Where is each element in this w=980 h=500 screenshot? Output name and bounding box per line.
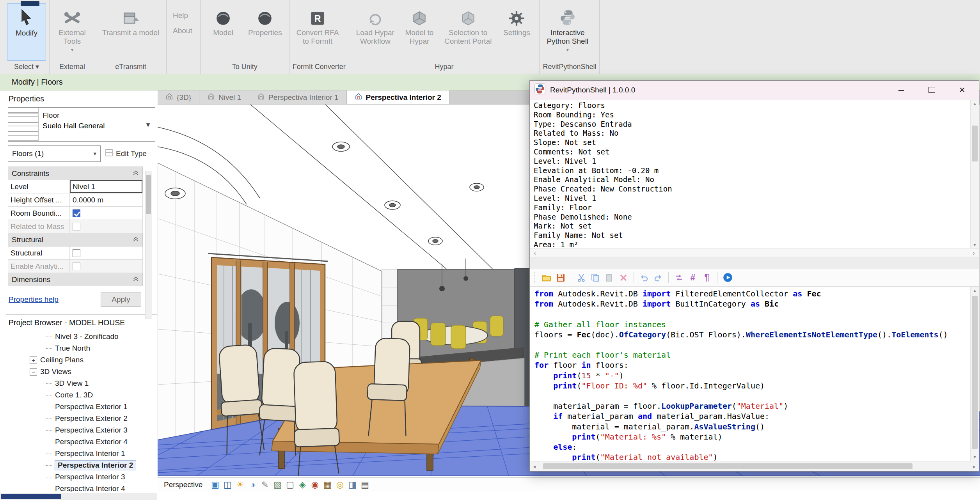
render-show-icon[interactable]: ▣ (209, 479, 220, 490)
modify-button[interactable]: Modify (7, 3, 46, 61)
properties-scrollbar-thumb[interactable] (146, 175, 151, 214)
code-line[interactable]: floors = Fec(doc).OfCategory(Bic.OST_Flo… (534, 330, 970, 340)
type-selector[interactable]: Floor Suelo Hall General ▾ (8, 107, 155, 142)
property-value[interactable]: 0.0000 m (70, 193, 142, 206)
code-line[interactable]: # Gather all floor instances (534, 319, 970, 330)
shell-titlebar[interactable]: RevitPythonShell | 1.0.0.0 – × (530, 81, 979, 99)
tree-item-true-north[interactable]: True North (6, 342, 157, 354)
scroll-left-icon[interactable]: ‹ (534, 249, 536, 257)
collapse-chevron-icon[interactable] (133, 169, 139, 178)
selection-to-content-portal-button[interactable]: Selection to Content Portal (440, 3, 495, 61)
scroll-down-icon[interactable]: ▾ (973, 242, 976, 248)
section-header-dimensions[interactable]: Dimensions (8, 273, 143, 286)
location-icon[interactable]: ◎ (334, 479, 345, 490)
tree-item-perspectiva-exterior-4[interactable]: Perspectiva Exterior 4 (6, 436, 157, 448)
property-value[interactable] (70, 220, 142, 233)
open-button[interactable] (541, 272, 552, 284)
save-button[interactable] (555, 272, 566, 284)
settings-button[interactable]: Settings (497, 3, 536, 61)
properties-view-icon[interactable]: ▤ (359, 479, 370, 490)
scrollbar-thumb[interactable] (543, 463, 913, 469)
collapse-chevron-icon[interactable] (133, 236, 139, 244)
tree-item-perspectiva-interior-4[interactable]: Perspectiva Interior 4 (6, 483, 157, 492)
checkbox[interactable] (73, 249, 80, 257)
view-tab-perspectiva-interior-2[interactable]: Perspectiva Interior 2 (347, 90, 449, 104)
tree-item-perspectiva-interior-1[interactable]: Perspectiva Interior 1 (6, 448, 157, 459)
code-h-scrollbar[interactable]: ◂▸ (530, 461, 979, 471)
temporary-hide-icon[interactable]: ◈ (297, 479, 308, 490)
displacement-icon[interactable]: ◨ (347, 479, 358, 490)
load-hypar-workflow-button[interactable]: Load Hypar Workflow (352, 3, 398, 61)
tree-item-nivel-3-zonificado[interactable]: Nivel 3 - Zonificado (6, 331, 157, 342)
selection-filter-dropdown[interactable]: Floors (1) ▾ (8, 145, 101, 162)
tree-item-corte-1-3d[interactable]: Corte 1. 3D (6, 389, 157, 401)
convert-rfa-to-formit-button[interactable]: RConvert RFA to FormIt (293, 3, 343, 61)
view-tab-perspectiva-interior-1[interactable]: Perspectiva Interior 1 (249, 90, 347, 104)
shadows-icon[interactable]: ◑ (247, 479, 258, 490)
scroll-left-icon[interactable]: ◂ (533, 463, 536, 470)
output-scrollbar[interactable]: ▴▾ (970, 100, 979, 248)
scroll-up-icon[interactable]: ▴ (973, 287, 976, 293)
property-value[interactable] (70, 260, 142, 273)
tree-item-perspectiva-interior-3[interactable]: Perspectiva Interior 3 (6, 471, 157, 483)
splitter[interactable] (530, 258, 979, 269)
code-line[interactable]: # Print each floor's material (534, 350, 970, 360)
scroll-right-icon[interactable]: › (973, 249, 975, 257)
close-button[interactable]: × (947, 81, 977, 99)
code-line[interactable]: print("Material not available") (534, 452, 970, 461)
section-header-constraints[interactable]: Constraints (8, 167, 143, 180)
worksharing-icon[interactable]: ▦ (322, 479, 333, 490)
view-tab-3d[interactable]: {3D} (158, 90, 199, 104)
scrollbar-thumb[interactable] (972, 126, 978, 161)
edit-type-button[interactable]: Edit Type (101, 145, 155, 162)
crop-view-icon[interactable]: ▧ (272, 479, 283, 490)
cut-button[interactable] (575, 272, 587, 284)
code-line[interactable]: print("Material: %s" % material) (534, 432, 970, 442)
code-line[interactable] (534, 391, 970, 401)
code-line[interactable]: material_param = floor.LookupParameter("… (534, 401, 970, 411)
code-line[interactable]: from Autodesk.Revit.DB import BuiltInCat… (534, 299, 970, 309)
undo-button[interactable] (638, 272, 650, 284)
view-status-label[interactable]: Perspective (164, 480, 202, 489)
redo-button[interactable] (652, 272, 664, 284)
code-line[interactable]: from Autodesk.Revit.DB import FilteredEl… (534, 289, 970, 299)
properties-scrollbar[interactable] (145, 171, 152, 319)
scroll-right-icon[interactable]: ▸ (973, 463, 976, 470)
checkbox[interactable] (73, 209, 80, 217)
code-scrollbar[interactable]: ▴▾ (970, 287, 979, 461)
reveal-hidden-icon[interactable]: ◉ (309, 479, 320, 490)
minus-expander-icon[interactable]: − (30, 368, 37, 376)
property-value[interactable] (70, 246, 142, 259)
sketchy-lines-icon[interactable]: ✎ (259, 479, 270, 490)
paste-button[interactable] (604, 272, 615, 284)
scroll-up-icon[interactable]: ▴ (973, 101, 976, 106)
tree-item-perspectiva-exterior-3[interactable]: Perspectiva Exterior 3 (6, 424, 157, 436)
tree-item-perspectiva-exterior-2[interactable]: Perspectiva Exterior 2 (6, 413, 157, 424)
apply-button[interactable]: Apply (101, 293, 141, 307)
code-line[interactable] (534, 309, 970, 319)
crop-region-icon[interactable]: ▢ (284, 479, 295, 490)
model-button[interactable]: Model (204, 3, 243, 61)
code-line[interactable]: material = material_param.AsValueString(… (534, 422, 970, 432)
code-line[interactable]: print(15 * "-") (534, 371, 970, 381)
checkbox[interactable] (73, 223, 80, 230)
about-button[interactable]: About (170, 25, 197, 35)
tree-item-ceiling-plans[interactable]: +Ceiling Plans (6, 354, 157, 366)
property-value[interactable] (70, 207, 142, 220)
checkbox[interactable] (73, 262, 80, 270)
app-horizontal-scrollbar[interactable] (0, 493, 157, 500)
code-line[interactable]: for floor in floors: (534, 360, 970, 370)
whitespace-button[interactable]: ¶ (701, 272, 713, 284)
tree-item-perspectiva-exterior-1[interactable]: Perspectiva Exterior 1 (6, 401, 157, 413)
view-tab-nivel-1[interactable]: Nivel 1 (199, 90, 249, 104)
code-line[interactable]: if material_param and material_param.Has… (534, 411, 970, 421)
wrap-button[interactable] (673, 272, 685, 284)
code-line[interactable]: else: (534, 442, 970, 452)
code-line[interactable]: print("Floor ID: %d" % floor.Id.IntegerV… (534, 381, 970, 391)
model-to-hypar-button[interactable]: Model to Hypar (400, 3, 439, 61)
run-button[interactable] (722, 272, 733, 284)
sun-path-icon[interactable]: ☀ (234, 479, 245, 490)
collapse-chevron-icon[interactable] (133, 275, 139, 284)
maximize-button[interactable] (916, 81, 947, 99)
section-header-structural[interactable]: Structural (8, 233, 143, 246)
